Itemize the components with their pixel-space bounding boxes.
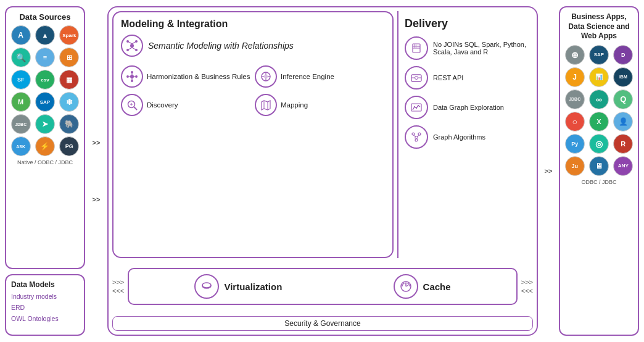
feature-grid: Harmonization & Business Rules (121, 65, 385, 116)
discovery-icon (121, 94, 143, 116)
left-arrow-top: >> (93, 139, 101, 146)
cache-item: Cache (394, 274, 451, 299)
svg-line-6 (132, 41, 136, 44)
display-icon: 🖥 (589, 156, 609, 176)
infinity-icon: ∞ (589, 90, 609, 109)
security-bar: Security & Governance (112, 316, 533, 331)
stack-icon: ⊞ (59, 48, 79, 67)
cache-right-arrows: >>> <<< (521, 278, 533, 296)
redis-icon: R (613, 134, 633, 154)
rest-icon (405, 66, 428, 90)
semantic-label: Semantic Modeling with Relationships (148, 41, 294, 51)
ask-icon: ASK (11, 136, 31, 156)
csv-icon: csv (35, 70, 55, 90)
atlas-icon: ▲ (35, 25, 55, 45)
mongodb-icon: M (11, 92, 31, 112)
cache-icon (394, 274, 418, 299)
excel-icon: X (589, 112, 609, 131)
left-arrow-col: >> >> (89, 6, 104, 336)
jdbc2-icon: JDBC (565, 90, 585, 109)
harmonization-item: Harmonization & Business Rules (121, 65, 251, 88)
svg-point-36 (415, 77, 418, 80)
svg-point-13 (131, 80, 133, 82)
delivery-title: Delivery (405, 17, 527, 30)
python-icon: Py (565, 134, 585, 154)
plus-icon: ⊕ (565, 45, 585, 65)
svg-line-25 (134, 107, 137, 110)
person-icon: 👤 (613, 112, 633, 131)
modeling-title: Modeling & Integration (121, 19, 385, 30)
rest-item: REST API (405, 66, 527, 90)
svg-point-42 (418, 105, 419, 106)
rest-label: REST API (433, 74, 463, 81)
stream-icon: ➤ (35, 114, 55, 134)
inference-icon (255, 65, 277, 88)
right-arrow: >> (545, 167, 553, 175)
obdc-icon: ◎ (589, 134, 609, 154)
jdbc-label: ODBC / JDBC (564, 179, 634, 185)
svg-point-19 (264, 75, 268, 78)
jupyter-icon: Ju (565, 156, 585, 176)
harmonization-icon (121, 65, 143, 88)
svg-line-48 (417, 135, 419, 136)
svg-line-8 (132, 48, 136, 50)
data-models-title: Data Models (11, 280, 79, 289)
cognos-icon: IBM (613, 67, 633, 87)
virtualization-label: Virtualization (224, 282, 282, 292)
sap-r-icon: SAP (589, 45, 609, 65)
svg-point-10 (126, 75, 129, 78)
erd: ERD (11, 302, 79, 314)
layers-icon: ≡ (35, 48, 55, 67)
svg-point-44 (418, 133, 421, 135)
semantic-icon (121, 35, 143, 57)
spark-icon: Spark (59, 25, 79, 45)
qlik-icon: Q (613, 90, 633, 109)
main-container: Data Sources A ▲ Spark 🔍 ≡ ⊞ SF csv ▦ M … (0, 0, 644, 342)
svg-point-0 (130, 44, 134, 48)
full-bottom: >>> <<< Virtualization (112, 262, 533, 331)
data-sources-title: Data Sources (10, 12, 80, 22)
discovery-label: Discovery (147, 101, 178, 109)
sql-label: No JOINs SQL, Spark, Python, Scala, Java… (433, 41, 527, 56)
chart-icon: ▦ (59, 70, 79, 90)
algo-label: Graph Algorithms (433, 133, 485, 141)
sql-icon: 01 01 (405, 36, 428, 60)
semantic-modeling: Semantic Modeling with Relationships (121, 35, 385, 57)
left-panel: Data Sources A ▲ Spark 🔍 ≡ ⊞ SF csv ▦ M … (5, 6, 85, 336)
svg-point-12 (131, 71, 133, 73)
graph-exploration-icon (405, 96, 428, 119)
data-sources-icon-grid: A ▲ Spark 🔍 ≡ ⊞ SF csv ▦ M SAP ❄ JDBC ➤ … (10, 25, 80, 156)
powerbi-icon: 📊 (589, 67, 609, 87)
data-models-items: Industry models ERD OWL Ontologies (11, 291, 79, 325)
snowflake-icon: ❄ (59, 92, 79, 112)
cache-label: Cache (423, 282, 451, 292)
harmonization-label: Harmonization & Business Rules (147, 73, 250, 80)
svg-line-7 (128, 48, 132, 50)
left-arrow-bottom: >> (93, 196, 101, 203)
industry-models: Industry models (11, 291, 79, 302)
virtualization-item: Virtualization (194, 274, 282, 299)
algo-icon (405, 125, 428, 149)
modeling-box: Modeling & Integration (112, 11, 394, 258)
svg-line-5 (128, 41, 132, 44)
discovery-item: Discovery (121, 94, 251, 116)
data-models-box: Data Models Industry models ERD OWL Onto… (5, 274, 85, 336)
search-icon: 🔍 (11, 48, 31, 67)
salesforce-icon: SF (11, 70, 31, 90)
postgres-icon: 🐘 (59, 114, 79, 134)
svg-point-41 (416, 107, 417, 109)
sap-icon: SAP (35, 92, 55, 112)
svg-line-47 (413, 135, 416, 136)
inference-item: Inference Engine (255, 65, 385, 88)
svg-point-11 (135, 75, 138, 78)
delivery-box: Delivery 01 01 No JOINs SQL, Spark, Pyth… (397, 11, 533, 258)
right-panel: Business Apps, Data Science and Web Apps… (559, 6, 639, 336)
inference-label: Inference Engine (281, 73, 334, 80)
owl-ontologies: OWL Ontologies (11, 314, 79, 325)
svg-point-43 (412, 133, 415, 135)
right-panel-title: Business Apps, Data Science and Web Apps (564, 12, 634, 41)
dynamo-icon: ⚡ (35, 136, 55, 156)
mapping-item: Mapping (255, 94, 385, 116)
mapping-icon (255, 94, 277, 116)
data-sources-box: Data Sources A ▲ Spark 🔍 ≡ ⊞ SF csv ▦ M … (5, 6, 85, 269)
